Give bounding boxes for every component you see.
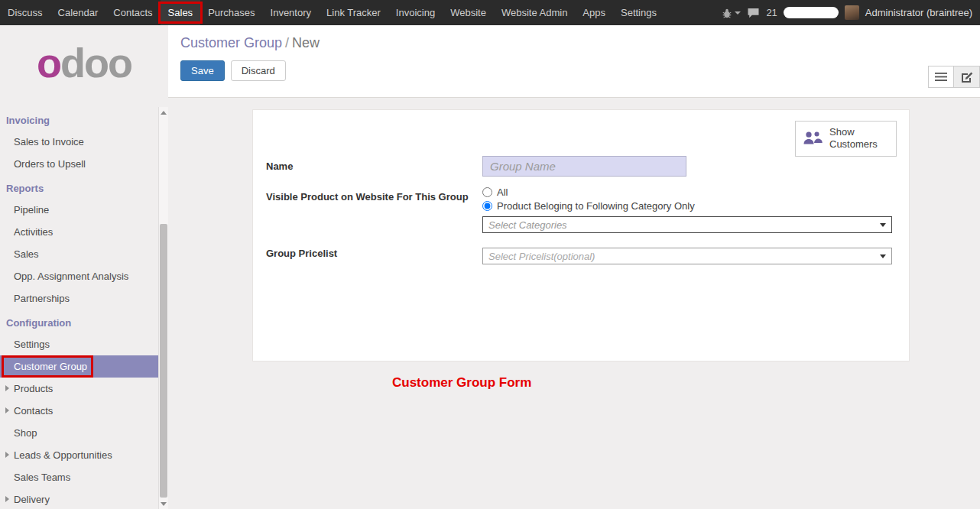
avatar[interactable]: [845, 5, 859, 20]
name-label: Name: [266, 156, 482, 177]
sidebar-menu: Invoicing Sales to Invoice Orders to Ups…: [0, 107, 168, 509]
topbar-item-settings[interactable]: Settings: [613, 0, 664, 25]
show-customers-label: Show Customers: [829, 126, 881, 151]
control-panel-actions: Save Discard: [180, 60, 980, 81]
pricelist-placeholder: Select Pricelist(optional): [488, 251, 595, 262]
expand-caret-icon: [5, 385, 9, 391]
logo-rest: doo: [60, 40, 131, 86]
discard-button[interactable]: Discard: [231, 60, 286, 81]
breadcrumb: Customer Group/New: [168, 25, 980, 51]
topbar-item-inventory[interactable]: Inventory: [263, 0, 319, 25]
field-row-visibility: Visible Product on Website For This Grou…: [266, 186, 892, 233]
timer-pill[interactable]: [784, 7, 839, 18]
sidebar-item-leads-opportunities[interactable]: Leads & Opportunities: [0, 444, 158, 466]
list-view-button[interactable]: [928, 66, 954, 88]
sidebar-item-delivery[interactable]: Delivery: [0, 488, 158, 509]
sidebar-item-pipeline[interactable]: Pipeline: [0, 199, 158, 221]
topbar-item-website[interactable]: Website: [443, 0, 494, 25]
radio-option-all: All: [482, 186, 892, 198]
sidebar-item-sales-to-invoice[interactable]: Sales to Invoice: [0, 131, 158, 153]
topbar-item-sales[interactable]: Sales: [161, 0, 201, 25]
sidebar-item-partnerships[interactable]: Partnerships: [0, 287, 158, 310]
expand-caret-icon: [5, 407, 9, 413]
odoo-logo: odoo: [0, 25, 168, 107]
screen: Discuss Calendar Contacts Sales Purchase…: [0, 0, 980, 509]
main-area: Customer Group/New Save Discard: [168, 25, 980, 509]
radio-all[interactable]: [482, 187, 492, 197]
topbar-item-sales-label: Sales: [168, 7, 193, 18]
radio-option-category: Product Beloging to Following Category O…: [482, 200, 892, 212]
scrollbar-thumb[interactable]: [160, 224, 167, 498]
sidebar-item-label: Contacts: [14, 405, 53, 417]
show-customers-button[interactable]: Show Customers: [795, 121, 897, 157]
form-view-button[interactable]: [954, 66, 980, 88]
pricelist-select[interactable]: Select Pricelist(optional): [482, 248, 892, 264]
sidebar-item-sales-teams[interactable]: Sales Teams: [0, 466, 158, 488]
topbar-item-purchases[interactable]: Purchases: [200, 0, 262, 25]
pricelist-label: Group Pricelist: [266, 243, 482, 264]
view-switcher: [928, 66, 980, 88]
sidebar-item-label: Delivery: [14, 494, 50, 505]
chat-bubble-glyph: [747, 8, 760, 18]
sidebar-item-label: Leads & Opportunities: [14, 449, 112, 461]
scroll-up-icon[interactable]: [159, 107, 168, 118]
sidebar-item-settings[interactable]: Settings: [0, 333, 158, 355]
dropdown-arrow-icon: [880, 254, 886, 258]
save-button[interactable]: Save: [180, 60, 225, 81]
content-area: Show Customers Name Visible Product on W…: [168, 98, 980, 509]
annotation-caption: Customer Group Form: [392, 375, 980, 391]
message-count[interactable]: 21: [766, 7, 777, 18]
breadcrumb-separator: /: [285, 35, 289, 50]
topbar-right: 21 Administrator (braintree): [722, 0, 980, 25]
topbar-item-calendar[interactable]: Calendar: [50, 0, 106, 25]
dropdown-arrow-icon: [880, 223, 886, 227]
sidebar-item-opp-assignment-analysis[interactable]: Opp. Assignment Analysis: [0, 265, 158, 287]
debug-icon[interactable]: [722, 8, 741, 18]
control-panel: Customer Group/New Save Discard: [168, 25, 980, 98]
categories-select[interactable]: Select Categories: [482, 216, 892, 233]
scroll-down-icon[interactable]: [159, 498, 168, 509]
edit-icon: [961, 71, 973, 83]
sidebar-item-customer-group[interactable]: Customer Group: [0, 355, 158, 378]
topbar-item-website-admin[interactable]: Website Admin: [494, 0, 575, 25]
visibility-label: Visible Product on Website For This Grou…: [266, 186, 482, 233]
group-name-input[interactable]: [482, 156, 686, 177]
sidebar-item-shop[interactable]: Shop: [0, 422, 158, 444]
topbar-item-apps[interactable]: Apps: [575, 0, 613, 25]
sidebar-item-contacts[interactable]: Contacts: [0, 400, 158, 422]
sidebar-item-label: Customer Group: [14, 361, 87, 372]
sidebar-item-label: Products: [14, 383, 53, 394]
user-menu[interactable]: Administrator (braintree): [865, 7, 972, 18]
radio-category-label: Product Beloging to Following Category O…: [497, 200, 695, 212]
expand-caret-icon: [5, 496, 9, 502]
people-icon: [802, 130, 823, 147]
sidebar: odoo Invoicing Sales to Invoice Orders t…: [0, 25, 168, 509]
topbar-item-link-tracker[interactable]: Link Tracker: [319, 0, 388, 25]
messages-icon[interactable]: [747, 8, 760, 18]
breadcrumb-current: New: [292, 35, 320, 50]
sidebar-item-sales[interactable]: Sales: [0, 243, 158, 265]
expand-caret-icon: [5, 452, 9, 458]
topbar-item-discuss[interactable]: Discuss: [0, 0, 50, 25]
list-icon: [935, 72, 947, 82]
section-header-configuration: Configuration: [0, 310, 158, 333]
radio-all-label: All: [497, 186, 508, 198]
sidebar-item-activities[interactable]: Activities: [0, 221, 158, 243]
chevron-down-icon: [735, 11, 741, 15]
breadcrumb-parent-link[interactable]: Customer Group: [180, 35, 282, 50]
field-row-pricelist: Group Pricelist Select Pricelist(optiona…: [266, 243, 892, 264]
sidebar-item-orders-to-upsell[interactable]: Orders to Upsell: [0, 153, 158, 175]
sidebar-scrollbar[interactable]: [158, 107, 168, 509]
customer-group-form: Show Customers Name Visible Product on W…: [252, 109, 910, 361]
section-header-invoicing: Invoicing: [0, 107, 158, 131]
section-header-reports: Reports: [0, 175, 158, 199]
categories-placeholder: Select Categories: [488, 219, 567, 231]
logo-letter: o: [37, 40, 60, 86]
bug-icon-glyph: [722, 8, 732, 18]
sidebar-item-products[interactable]: Products: [0, 378, 158, 400]
field-row-name: Name: [266, 156, 892, 177]
radio-category-only[interactable]: [482, 201, 492, 211]
topbar: Discuss Calendar Contacts Sales Purchase…: [0, 0, 980, 25]
topbar-item-contacts[interactable]: Contacts: [105, 0, 160, 25]
topbar-item-invoicing[interactable]: Invoicing: [388, 0, 443, 25]
